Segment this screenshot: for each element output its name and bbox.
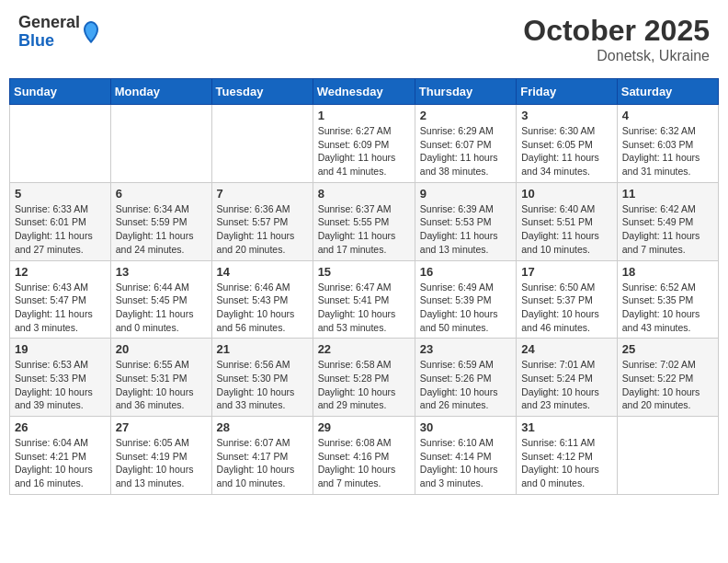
calendar-week-row: 19Sunrise: 6:53 AM Sunset: 5:33 PM Dayli…: [10, 339, 719, 417]
calendar-cell: 2Sunrise: 6:29 AM Sunset: 6:07 PM Daylig…: [415, 105, 516, 183]
weekday-header-thursday: Thursday: [415, 79, 516, 105]
logo-icon: [82, 19, 100, 45]
weekday-header-row: SundayMondayTuesdayWednesdayThursdayFrid…: [10, 79, 719, 105]
day-number: 28: [217, 420, 308, 434]
logo: General Blue: [18, 14, 100, 51]
calendar-cell: 22Sunrise: 6:58 AM Sunset: 5:28 PM Dayli…: [313, 339, 415, 417]
day-info: Sunrise: 6:30 AM Sunset: 6:05 PM Dayligh…: [521, 124, 612, 178]
calendar-cell: [211, 105, 313, 183]
weekday-header-wednesday: Wednesday: [313, 79, 415, 105]
day-info: Sunrise: 6:55 AM Sunset: 5:31 PM Dayligh…: [116, 358, 207, 412]
day-info: Sunrise: 6:50 AM Sunset: 5:37 PM Dayligh…: [521, 281, 612, 335]
calendar-cell: 31Sunrise: 6:11 AM Sunset: 4:12 PM Dayli…: [517, 417, 618, 495]
day-info: Sunrise: 6:52 AM Sunset: 5:35 PM Dayligh…: [622, 281, 713, 335]
calendar-cell: 4Sunrise: 6:32 AM Sunset: 6:03 PM Daylig…: [617, 105, 718, 183]
day-number: 22: [318, 342, 410, 356]
day-number: 10: [521, 187, 612, 201]
day-info: Sunrise: 6:11 AM Sunset: 4:12 PM Dayligh…: [521, 436, 612, 490]
day-info: Sunrise: 6:49 AM Sunset: 5:39 PM Dayligh…: [420, 281, 511, 335]
day-info: Sunrise: 6:05 AM Sunset: 4:19 PM Dayligh…: [116, 436, 207, 490]
calendar-cell: 21Sunrise: 6:56 AM Sunset: 5:30 PM Dayli…: [211, 339, 313, 417]
calendar-cell: 6Sunrise: 6:34 AM Sunset: 5:59 PM Daylig…: [110, 182, 211, 260]
weekday-header-friday: Friday: [517, 79, 618, 105]
day-number: 4: [622, 109, 713, 122]
logo-general-text: General: [18, 14, 80, 32]
day-number: 20: [116, 342, 207, 356]
day-number: 1: [318, 109, 410, 122]
day-number: 18: [622, 265, 713, 279]
day-number: 9: [420, 187, 511, 201]
calendar-cell: 13Sunrise: 6:44 AM Sunset: 5:45 PM Dayli…: [110, 260, 211, 339]
day-info: Sunrise: 6:47 AM Sunset: 5:41 PM Dayligh…: [318, 281, 410, 335]
calendar-week-row: 5Sunrise: 6:33 AM Sunset: 6:01 PM Daylig…: [10, 182, 719, 260]
day-info: Sunrise: 6:40 AM Sunset: 5:51 PM Dayligh…: [521, 202, 612, 257]
day-number: 6: [116, 187, 207, 201]
day-info: Sunrise: 6:37 AM Sunset: 5:55 PM Dayligh…: [318, 202, 410, 257]
calendar-cell: 23Sunrise: 6:59 AM Sunset: 5:26 PM Dayli…: [415, 339, 516, 417]
day-number: 12: [15, 265, 106, 279]
day-info: Sunrise: 6:46 AM Sunset: 5:43 PM Dayligh…: [217, 281, 308, 335]
calendar-cell: 30Sunrise: 6:10 AM Sunset: 4:14 PM Dayli…: [415, 417, 516, 495]
calendar-cell: 14Sunrise: 6:46 AM Sunset: 5:43 PM Dayli…: [211, 260, 313, 339]
day-number: 25: [622, 342, 713, 356]
calendar-cell: 12Sunrise: 6:43 AM Sunset: 5:47 PM Dayli…: [10, 260, 111, 339]
calendar-cell: [10, 105, 111, 183]
day-number: 29: [318, 420, 410, 434]
calendar-week-row: 1Sunrise: 6:27 AM Sunset: 6:09 PM Daylig…: [10, 105, 719, 183]
calendar-cell: 25Sunrise: 7:02 AM Sunset: 5:22 PM Dayli…: [617, 339, 718, 417]
day-info: Sunrise: 6:10 AM Sunset: 4:14 PM Dayligh…: [420, 436, 511, 490]
calendar-cell: 1Sunrise: 6:27 AM Sunset: 6:09 PM Daylig…: [313, 105, 415, 183]
day-info: Sunrise: 6:44 AM Sunset: 5:45 PM Dayligh…: [116, 281, 207, 335]
calendar-week-row: 12Sunrise: 6:43 AM Sunset: 5:47 PM Dayli…: [10, 260, 719, 339]
weekday-header-sunday: Sunday: [10, 79, 111, 105]
calendar-week-row: 26Sunrise: 6:04 AM Sunset: 4:21 PM Dayli…: [10, 417, 719, 495]
location: Donetsk, Ukraine: [523, 48, 710, 64]
day-info: Sunrise: 6:07 AM Sunset: 4:17 PM Dayligh…: [217, 436, 308, 490]
logo-blue-text: Blue: [18, 32, 80, 51]
calendar-cell: 20Sunrise: 6:55 AM Sunset: 5:31 PM Dayli…: [110, 339, 211, 417]
day-number: 27: [116, 420, 207, 434]
day-info: Sunrise: 6:58 AM Sunset: 5:28 PM Dayligh…: [318, 358, 410, 412]
calendar-cell: 11Sunrise: 6:42 AM Sunset: 5:49 PM Dayli…: [617, 182, 718, 260]
day-info: Sunrise: 6:56 AM Sunset: 5:30 PM Dayligh…: [217, 358, 308, 412]
calendar-table: SundayMondayTuesdayWednesdayThursdayFrid…: [9, 78, 719, 495]
day-number: 21: [217, 342, 308, 356]
day-info: Sunrise: 6:34 AM Sunset: 5:59 PM Dayligh…: [116, 202, 207, 257]
day-info: Sunrise: 7:02 AM Sunset: 5:22 PM Dayligh…: [622, 358, 713, 412]
day-number: 3: [521, 109, 612, 122]
day-info: Sunrise: 6:42 AM Sunset: 5:49 PM Dayligh…: [622, 202, 713, 257]
calendar-cell: 24Sunrise: 7:01 AM Sunset: 5:24 PM Dayli…: [517, 339, 618, 417]
page-header: General Blue October 2025 Donetsk, Ukrai…: [9, 9, 719, 69]
calendar-cell: 19Sunrise: 6:53 AM Sunset: 5:33 PM Dayli…: [10, 339, 111, 417]
calendar-cell: 16Sunrise: 6:49 AM Sunset: 5:39 PM Dayli…: [415, 260, 516, 339]
weekday-header-tuesday: Tuesday: [211, 79, 313, 105]
calendar-cell: 17Sunrise: 6:50 AM Sunset: 5:37 PM Dayli…: [517, 260, 618, 339]
day-info: Sunrise: 6:59 AM Sunset: 5:26 PM Dayligh…: [420, 358, 511, 412]
weekday-header-monday: Monday: [110, 79, 211, 105]
day-number: 15: [318, 265, 410, 279]
calendar-cell: 10Sunrise: 6:40 AM Sunset: 5:51 PM Dayli…: [517, 182, 618, 260]
calendar-cell: 29Sunrise: 6:08 AM Sunset: 4:16 PM Dayli…: [313, 417, 415, 495]
calendar-cell: 15Sunrise: 6:47 AM Sunset: 5:41 PM Dayli…: [313, 260, 415, 339]
calendar-cell: [617, 417, 718, 495]
day-info: Sunrise: 6:36 AM Sunset: 5:57 PM Dayligh…: [217, 202, 308, 257]
day-info: Sunrise: 6:29 AM Sunset: 6:07 PM Dayligh…: [420, 124, 511, 178]
calendar-cell: 28Sunrise: 6:07 AM Sunset: 4:17 PM Dayli…: [211, 417, 313, 495]
day-info: Sunrise: 6:43 AM Sunset: 5:47 PM Dayligh…: [15, 281, 106, 335]
calendar-cell: 27Sunrise: 6:05 AM Sunset: 4:19 PM Dayli…: [110, 417, 211, 495]
day-number: 2: [420, 109, 511, 122]
day-number: 13: [116, 265, 207, 279]
day-info: Sunrise: 6:32 AM Sunset: 6:03 PM Dayligh…: [622, 124, 713, 178]
day-number: 8: [318, 187, 410, 201]
day-number: 24: [521, 342, 612, 356]
day-info: Sunrise: 6:39 AM Sunset: 5:53 PM Dayligh…: [420, 202, 511, 257]
calendar-cell: 26Sunrise: 6:04 AM Sunset: 4:21 PM Dayli…: [10, 417, 111, 495]
day-info: Sunrise: 6:27 AM Sunset: 6:09 PM Dayligh…: [318, 124, 410, 178]
day-info: Sunrise: 6:08 AM Sunset: 4:16 PM Dayligh…: [318, 436, 410, 490]
day-number: 26: [15, 420, 106, 434]
day-info: Sunrise: 7:01 AM Sunset: 5:24 PM Dayligh…: [521, 358, 612, 412]
weekday-header-saturday: Saturday: [617, 79, 718, 105]
calendar-cell: 9Sunrise: 6:39 AM Sunset: 5:53 PM Daylig…: [415, 182, 516, 260]
day-info: Sunrise: 6:53 AM Sunset: 5:33 PM Dayligh…: [15, 358, 106, 412]
month-title: October 2025: [523, 14, 710, 48]
